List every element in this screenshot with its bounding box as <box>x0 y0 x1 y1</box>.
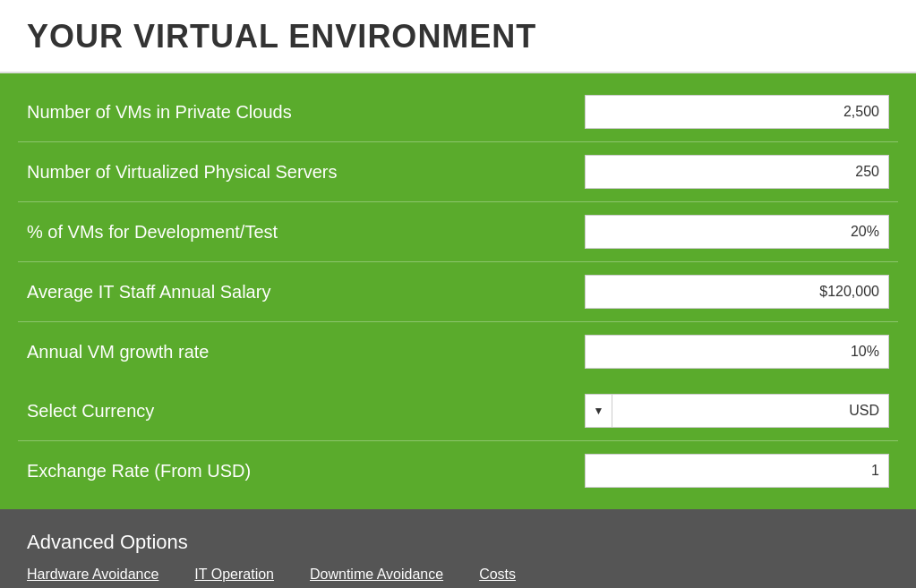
currency-row: Select Currency ▼ USD <box>18 381 898 441</box>
input-virtualized-servers[interactable] <box>585 155 889 189</box>
input-vms-dev-test[interactable] <box>585 215 889 249</box>
currency-wrapper: ▼ USD <box>585 394 889 428</box>
header: YOUR VIRTUAL ENVIRONMENT <box>0 0 916 73</box>
input-vm-growth[interactable] <box>585 335 889 369</box>
currency-label: Select Currency <box>27 401 585 422</box>
advanced-section: Advanced Options Hardware AvoidanceIT Op… <box>0 509 916 588</box>
page-title: YOUR VIRTUAL ENVIRONMENT <box>27 18 889 55</box>
nav-link-costs[interactable]: Costs <box>479 567 516 588</box>
label-vms-private: Number of VMs in Private Clouds <box>27 102 585 123</box>
currency-dropdown-arrow[interactable]: ▼ <box>585 394 612 428</box>
exchange-rate-input[interactable] <box>585 454 889 488</box>
green-form-section: Number of VMs in Private CloudsNumber of… <box>0 73 916 509</box>
form-row-vm-growth: Annual VM growth rate <box>18 322 898 381</box>
advanced-nav-links: Hardware AvoidanceIT OperationDowntime A… <box>18 567 898 588</box>
nav-link-downtime-avoidance[interactable]: Downtime Avoidance <box>310 567 443 588</box>
label-virtualized-servers: Number of Virtualized Physical Servers <box>27 162 585 183</box>
form-row-vms-dev-test: % of VMs for Development/Test <box>18 202 898 262</box>
advanced-options-title: Advanced Options <box>18 522 898 567</box>
label-vm-growth: Annual VM growth rate <box>27 342 585 362</box>
nav-link-it-operation[interactable]: IT Operation <box>194 567 274 588</box>
label-vms-dev-test: % of VMs for Development/Test <box>27 222 585 243</box>
form-row-virtualized-servers: Number of Virtualized Physical Servers <box>18 142 898 202</box>
label-it-salary: Average IT Staff Annual Salary <box>27 282 585 303</box>
input-it-salary[interactable] <box>585 275 889 309</box>
exchange-rate-row: Exchange Rate (From USD) <box>18 441 898 500</box>
form-row-vms-private: Number of VMs in Private Clouds <box>18 82 898 142</box>
form-row-it-salary: Average IT Staff Annual Salary <box>18 262 898 322</box>
currency-value[interactable]: USD <box>612 394 889 428</box>
exchange-rate-label: Exchange Rate (From USD) <box>27 461 585 481</box>
input-vms-private[interactable] <box>585 95 889 129</box>
nav-link-hardware-avoidance[interactable]: Hardware Avoidance <box>27 567 158 588</box>
